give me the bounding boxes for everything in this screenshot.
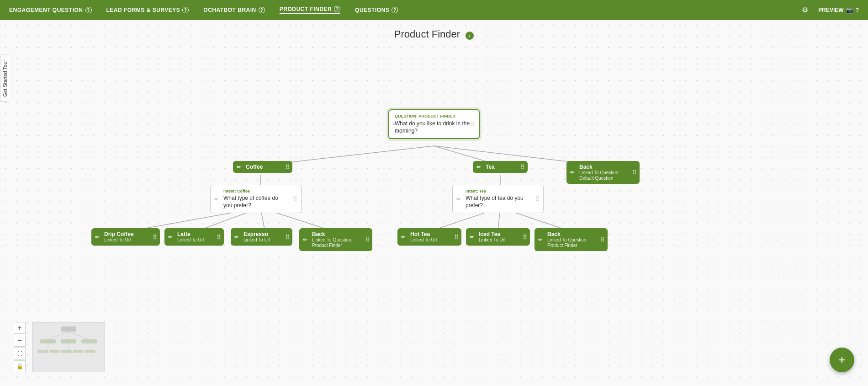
coffee-label: Coffee (246, 164, 263, 170)
espresso-drag-icon: ⠿ (285, 234, 290, 241)
iced-tea-label: Iced Tea (479, 231, 525, 237)
back-coffee-edit-icon[interactable]: ✏ (303, 237, 307, 243)
get-started-tour-tab[interactable]: Get Started Tour (0, 55, 9, 102)
preview-button[interactable]: PREVIEW 📷 ? (818, 7, 859, 14)
svg-rect-22 (49, 350, 60, 353)
svg-rect-21 (37, 350, 48, 353)
intent-coffee-drag-icon: ⠿ (293, 195, 297, 203)
back-top-edit-icon[interactable]: ✏ (570, 170, 574, 176)
back-coffee-node[interactable]: ✏ Back Linked To Question: Product Finde… (299, 228, 372, 251)
back-coffee-drag-icon: ⠿ (365, 236, 370, 243)
svg-rect-16 (40, 339, 56, 343)
back-tea-edit-icon[interactable]: ✏ (538, 237, 542, 243)
intent-tea-text: What type of tea do you prefer? (466, 195, 529, 209)
tea-edit-icon[interactable]: ✏ (476, 164, 481, 170)
intent-coffee-label: Intent: Coffee (223, 189, 287, 193)
minimap-svg (32, 322, 105, 372)
preview-help-icon[interactable]: ? (856, 7, 859, 13)
latte-node[interactable]: ✏ Latte Linked To Url ⠿ (164, 228, 224, 246)
coffee-drag-icon: ⠿ (285, 164, 290, 171)
nav-ochatbot-brain[interactable]: OCHATBOT BRAIN ? (203, 7, 265, 13)
back-top-sub: Linked To Question: Default Question (579, 170, 635, 181)
latte-label: Latte (177, 231, 219, 237)
espresso-sub: Linked To Url (243, 237, 288, 243)
latte-edit-icon[interactable]: ✏ (168, 234, 172, 240)
iced-tea-sub: Linked To Url (479, 237, 525, 243)
tea-answer-node[interactable]: ✏ Tea ⠿ (473, 161, 528, 173)
back-tea-label: Back (547, 231, 603, 237)
add-button[interactable]: + (830, 348, 854, 372)
zoom-controls: + − ⛶ 🔒 (14, 322, 26, 372)
svg-rect-25 (85, 350, 95, 353)
top-navigation: ENGAGEMENT QUESTION ? LEAD FORMS & SURVE… (0, 0, 868, 20)
ochatbot-brain-help-icon[interactable]: ? (259, 7, 265, 13)
nav-product-finder[interactable]: PRODUCT FINDER ? (280, 6, 340, 14)
fit-button[interactable]: ⛶ (14, 348, 26, 359)
nav-right-section: ⚙ PREVIEW 📷 ? (802, 5, 859, 15)
questions-help-icon[interactable]: ? (392, 7, 398, 13)
drip-coffee-node[interactable]: ✏ Drip Coffee Linked To Url ⠿ (91, 228, 160, 246)
hot-tea-node[interactable]: ✏ Hot Tea Linked To Url ⠿ (397, 228, 461, 246)
svg-rect-24 (73, 350, 84, 353)
settings-icon[interactable]: ⚙ (802, 5, 811, 15)
hot-tea-sub: Linked To Url (410, 237, 457, 243)
iced-tea-edit-icon[interactable]: ✏ (470, 234, 474, 240)
flow-connectors (0, 20, 868, 386)
drip-coffee-sub: Linked To Url (104, 237, 155, 243)
lead-forms-help-icon[interactable]: ? (182, 7, 189, 13)
nav-questions[interactable]: QUESTIONS ? (355, 7, 398, 13)
back-top-node[interactable]: ✏ Back Linked To Question: Default Quest… (566, 161, 640, 184)
espresso-node[interactable]: ✏ Espresso Linked To Url ⠿ (231, 228, 292, 246)
root-edit-icon[interactable]: ✏ (393, 121, 397, 127)
engagement-question-help-icon[interactable]: ? (85, 7, 92, 13)
back-tea-node[interactable]: ✏ Back Linked To Question: Product Finde… (535, 228, 608, 251)
back-coffee-label: Back (312, 231, 368, 237)
hot-tea-drag-icon: ⠿ (454, 234, 459, 241)
drip-coffee-drag-icon: ⠿ (153, 234, 157, 241)
intent-coffee-edit-icon[interactable]: ✏ (214, 196, 218, 202)
back-top-drag-icon: ⠿ (632, 169, 637, 176)
back-tea-drag-icon: ⠿ (600, 236, 605, 243)
intent-tea-edit-icon[interactable]: ✏ (456, 196, 460, 202)
zoom-out-button[interactable]: − (14, 335, 26, 347)
minimap (32, 322, 105, 372)
intent-coffee-node[interactable]: ✏ Intent: Coffee What type of coffee do … (210, 185, 302, 213)
svg-line-15 (69, 332, 89, 339)
svg-line-13 (48, 332, 69, 339)
iced-tea-drag-icon: ⠿ (523, 234, 527, 241)
back-top-label: Back (579, 164, 635, 170)
intent-tea-label: Intent: Tea (466, 189, 529, 193)
intent-coffee-text: What type of coffee do you prefer? (223, 195, 287, 209)
coffee-answer-node[interactable]: ✏ Coffee ⠿ (233, 161, 292, 173)
tea-label: Tea (486, 164, 495, 170)
espresso-label: Espresso (243, 231, 288, 237)
hot-tea-edit-icon[interactable]: ✏ (401, 234, 405, 240)
lock-button[interactable]: 🔒 (14, 360, 26, 372)
svg-rect-23 (61, 350, 72, 353)
back-coffee-sub: Linked To Question: Product Finder (312, 237, 368, 248)
root-question-label: Question: Product Finder (395, 114, 473, 118)
root-drag-icon: ⠿ (471, 121, 475, 128)
preview-camera-icon: 📷 (846, 7, 853, 14)
back-tea-sub: Linked To Question: Product Finder (547, 237, 603, 248)
nav-lead-forms[interactable]: LEAD FORMS & SURVEYS ? (106, 7, 189, 13)
intent-tea-node[interactable]: ✏ Intent: Tea What type of tea do you pr… (452, 185, 544, 213)
svg-rect-18 (81, 339, 97, 343)
zoom-in-button[interactable]: + (14, 322, 26, 334)
iced-tea-node[interactable]: ✏ Iced Tea Linked To Url ⠿ (466, 228, 530, 246)
svg-rect-17 (61, 339, 76, 343)
latte-drag-icon: ⠿ (217, 234, 221, 241)
espresso-edit-icon[interactable]: ✏ (234, 234, 238, 240)
tea-drag-icon: ⠿ (520, 164, 525, 171)
drip-coffee-edit-icon[interactable]: ✏ (95, 234, 99, 240)
flow-canvas: Product Finder i ✏ Question: Product Fin… (0, 20, 868, 386)
hot-tea-label: Hot Tea (410, 231, 457, 237)
coffee-edit-icon[interactable]: ✏ (237, 164, 241, 170)
page-title-info-icon[interactable]: i (466, 32, 474, 40)
product-finder-help-icon[interactable]: ? (334, 6, 340, 12)
root-question-node[interactable]: ✏ Question: Product Finder What do you l… (388, 109, 480, 139)
latte-sub: Linked To Url (177, 237, 219, 243)
nav-engagement-question[interactable]: ENGAGEMENT QUESTION ? (9, 7, 92, 13)
svg-rect-12 (61, 327, 76, 332)
intent-tea-drag-icon: ⠿ (535, 195, 540, 203)
